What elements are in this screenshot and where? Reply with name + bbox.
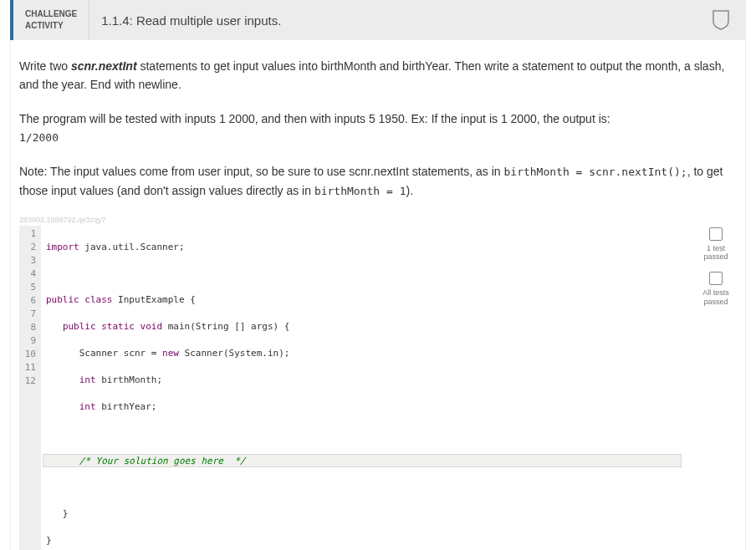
inline-code: birthMonth = scnr.nextInt(); — [503, 166, 687, 178]
header-label-line1: CHALLENGE — [25, 8, 77, 20]
line-number: 3 — [23, 254, 36, 267]
inline-code: birthMonth = 1 — [314, 185, 406, 197]
challenge-title: 1.1.4: Read multiple user inputs. — [89, 0, 704, 40]
code-token: birthMonth; — [96, 374, 162, 385]
code-editor[interactable]: 1 2 3 4 5 6 7 8 9 10 11 12 import java.u… — [19, 226, 687, 550]
code-token: InputExample { — [112, 294, 195, 305]
code-token: new — [162, 348, 179, 359]
status-column: 1 test passed All tests passed — [695, 226, 737, 313]
header-label: CHALLENGE ACTIVITY — [13, 0, 89, 40]
shield-icon — [713, 10, 729, 30]
editor-row: 1 2 3 4 5 6 7 8 9 10 11 12 import java.u… — [19, 226, 737, 550]
line-number: 5 — [23, 281, 36, 294]
line-gutter: 1 2 3 4 5 6 7 8 9 10 11 12 — [19, 226, 41, 550]
code-token: main — [162, 321, 190, 332]
line-number: 8 — [23, 321, 36, 334]
code-token: public static void — [63, 321, 162, 332]
watermark-id: 283902.1889792.qx3zqy7 — [19, 216, 737, 224]
instruction-para-2: The program will be tested with inputs 1… — [19, 109, 737, 147]
code-area[interactable]: import java.util.Scanner; public class I… — [41, 226, 687, 550]
code-token: birthYear; — [96, 401, 157, 412]
code-token: Scanner(System.in); — [179, 348, 289, 359]
test-one-label: 1 test passed — [695, 244, 737, 262]
code-token: } — [46, 508, 69, 519]
bold-italic: scnr.nextInt — [71, 59, 137, 73]
code-token: import — [46, 242, 79, 252]
content-area: Write two scnr.nextInt statements to get… — [10, 40, 746, 550]
text: Write two — [19, 59, 71, 73]
line-number: 4 — [23, 267, 36, 281]
example-output: 1/2000 — [19, 131, 59, 144]
test-all-box — [709, 272, 723, 285]
test-all-label: All tests passed — [695, 288, 737, 307]
text: Note: The input values come from user in… — [19, 165, 503, 178]
text: The program will be tested with inputs 1… — [19, 112, 610, 125]
code-comment: /* Your solution goes here */ — [79, 456, 246, 466]
instruction-para-3: Note: The input values come from user in… — [19, 162, 737, 201]
code-token: java.util.Scanner; — [79, 242, 185, 252]
instruction-para-1: Write two scnr.nextInt statements to get… — [19, 57, 737, 94]
challenge-container: CHALLENGE ACTIVITY 1.1.4: Read multiple … — [0, 0, 756, 550]
line-number: 2 — [23, 241, 36, 254]
code-token: } — [46, 535, 52, 546]
code-token: int — [79, 374, 96, 385]
header-label-line2: ACTIVITY — [25, 20, 77, 32]
code-token: int — [79, 401, 96, 412]
line-number: 1 — [23, 227, 36, 241]
shield-badge — [704, 0, 738, 40]
code-token: public class — [46, 294, 112, 305]
text: ). — [406, 184, 413, 197]
code-token: Scanner scnr = — [46, 348, 162, 359]
code-token: (String [] args) { — [190, 321, 289, 332]
line-number: 6 — [23, 294, 36, 308]
test-one-box — [709, 227, 723, 241]
instructions: Write two scnr.nextInt statements to get… — [19, 57, 737, 201]
header-bar: CHALLENGE ACTIVITY 1.1.4: Read multiple … — [10, 0, 746, 40]
line-number: 12 — [23, 374, 36, 388]
line-number: 9 — [23, 334, 36, 348]
line-number: 10 — [23, 348, 36, 361]
line-number: 7 — [23, 308, 36, 321]
line-number: 11 — [23, 361, 36, 374]
